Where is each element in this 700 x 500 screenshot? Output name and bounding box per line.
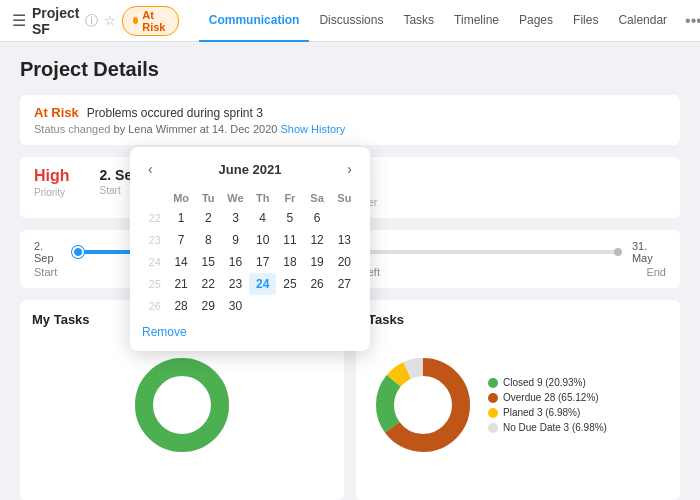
star-icon[interactable]: ☆: [104, 13, 116, 28]
cal-day[interactable]: 27: [331, 273, 358, 295]
tab-pages[interactable]: Pages: [509, 0, 563, 42]
my-tasks-chart: [32, 335, 332, 475]
tab-calendar[interactable]: Calendar: [608, 0, 677, 42]
timeline-end-label: End: [646, 266, 666, 278]
top-nav: ☰ Project SF ⓘ ☆ At Risk Communication D…: [0, 0, 700, 42]
tab-files[interactable]: Files: [563, 0, 608, 42]
cal-day[interactable]: 8: [195, 229, 222, 251]
status-badge: At Risk: [34, 105, 79, 120]
cal-day[interactable]: [303, 295, 330, 317]
tasks-legend: Closed 9 (20.93%)Overdue 28 (65.12%)Plan…: [488, 377, 607, 433]
cal-week-number: 24: [142, 251, 167, 273]
legend-item: No Due Date 3 (6.98%): [488, 422, 607, 433]
tasks-title: Tasks: [368, 312, 668, 327]
cal-next[interactable]: ›: [341, 159, 358, 179]
cal-weekday: Fr: [276, 189, 303, 207]
tab-tasks[interactable]: Tasks: [393, 0, 444, 42]
cal-day[interactable]: 29: [195, 295, 222, 317]
cal-day[interactable]: [276, 295, 303, 317]
page-title: Project Details: [20, 58, 680, 81]
cal-day[interactable]: 3: [222, 207, 249, 229]
cal-day[interactable]: 2: [195, 207, 222, 229]
priority-value: High: [34, 167, 70, 185]
legend-item: Closed 9 (20.93%): [488, 377, 607, 388]
status-line1: At Risk Problems occured during sprint 3: [34, 105, 666, 120]
status-message: Problems occured during sprint 3: [87, 106, 263, 120]
cal-header: ‹ June 2021 ›: [142, 159, 358, 179]
cal-day[interactable]: 7: [167, 229, 194, 251]
tab-discussions[interactable]: Discussions: [309, 0, 393, 42]
cal-day[interactable]: 9: [222, 229, 249, 251]
legend-item: Planed 3 (6.98%): [488, 407, 607, 418]
cal-day[interactable]: 15: [195, 251, 222, 273]
cal-remove[interactable]: Remove: [142, 317, 358, 339]
cal-day[interactable]: 13: [331, 229, 358, 251]
status-line2: Status changed by Lena Wimmer at 14. Dec…: [34, 123, 666, 135]
cal-weekday: Mo: [167, 189, 194, 207]
cal-day[interactable]: 20: [331, 251, 358, 273]
at-risk-badge[interactable]: At Risk: [122, 6, 178, 36]
legend-label: Planed 3 (6.98%): [503, 407, 580, 418]
cal-week-number: 23: [142, 229, 167, 251]
status-changed-by: by Lena Wimmer at 14. Dec 2020: [114, 123, 278, 135]
cal-week-number: 25: [142, 273, 167, 295]
tab-timeline[interactable]: Timeline: [444, 0, 509, 42]
cal-day[interactable]: 17: [249, 251, 276, 273]
cal-title: June 2021: [219, 162, 282, 177]
calendar-popup: ‹ June 2021 › MoTuWeThFrSaSu 22123456237…: [130, 147, 370, 351]
timeline-dot-start: [72, 246, 84, 258]
my-tasks-donut: [127, 350, 237, 460]
cal-grid: MoTuWeThFrSaSu 2212345623789101112132414…: [142, 189, 358, 317]
cal-week-number: 26: [142, 295, 167, 317]
cal-day[interactable]: 12: [303, 229, 330, 251]
show-history-link[interactable]: Show History: [280, 123, 345, 135]
priority-label: Priority: [34, 187, 70, 198]
nav-tabs: Communication Discussions Tasks Timeline…: [199, 0, 700, 42]
cal-day[interactable]: 30: [222, 295, 249, 317]
status-section: At Risk Problems occured during sprint 3…: [20, 95, 680, 145]
cal-prev[interactable]: ‹: [142, 159, 159, 179]
svg-point-2: [154, 377, 210, 433]
hamburger-icon[interactable]: ☰: [12, 11, 26, 30]
legend-dot: [488, 393, 498, 403]
cal-day[interactable]: 10: [249, 229, 276, 251]
cal-weekday: Tu: [195, 189, 222, 207]
cal-day[interactable]: 22: [195, 273, 222, 295]
cal-day[interactable]: 5: [276, 207, 303, 229]
cal-weekday: Su: [331, 189, 358, 207]
legend-dot: [488, 378, 498, 388]
help-icon[interactable]: ⓘ: [85, 12, 98, 30]
cal-day[interactable]: 25: [276, 273, 303, 295]
cal-weekday: Th: [249, 189, 276, 207]
cal-day[interactable]: 14: [167, 251, 194, 273]
nav-left: ☰ Project SF ⓘ ☆ At Risk: [12, 5, 179, 37]
legend-label: Overdue 28 (65.12%): [503, 392, 599, 403]
meta-priority: High Priority: [34, 167, 70, 198]
svg-point-8: [395, 377, 451, 433]
cal-day[interactable]: 6: [303, 207, 330, 229]
legend-item: Overdue 28 (65.12%): [488, 392, 607, 403]
tab-communication[interactable]: Communication: [199, 0, 310, 42]
cal-day[interactable]: 21: [167, 273, 194, 295]
tasks-chart-area: Closed 9 (20.93%)Overdue 28 (65.12%)Plan…: [368, 335, 668, 475]
cal-day[interactable]: 28: [167, 295, 194, 317]
cal-day[interactable]: 26: [303, 273, 330, 295]
cal-day[interactable]: 4: [249, 207, 276, 229]
cal-day[interactable]: 23: [222, 273, 249, 295]
cal-day[interactable]: [249, 295, 276, 317]
cal-day[interactable]: [331, 295, 358, 317]
cal-day[interactable]: 16: [222, 251, 249, 273]
at-risk-dot: [133, 17, 138, 24]
legend-dot: [488, 408, 498, 418]
legend-label: No Due Date 3 (6.98%): [503, 422, 607, 433]
status-changed-prefix: Status changed: [34, 123, 110, 135]
cal-day[interactable]: 11: [276, 229, 303, 251]
cal-day[interactable]: 19: [303, 251, 330, 273]
cal-weekday: We: [222, 189, 249, 207]
cal-day[interactable]: 18: [276, 251, 303, 273]
tasks-panel: Tasks Closed 9 (20.93%)Overdue 28 (65.12…: [356, 300, 680, 500]
cal-day[interactable]: 1: [167, 207, 194, 229]
cal-day[interactable]: 24: [249, 273, 276, 295]
cal-weekday: Sa: [303, 189, 330, 207]
nav-more[interactable]: •••: [677, 0, 700, 42]
